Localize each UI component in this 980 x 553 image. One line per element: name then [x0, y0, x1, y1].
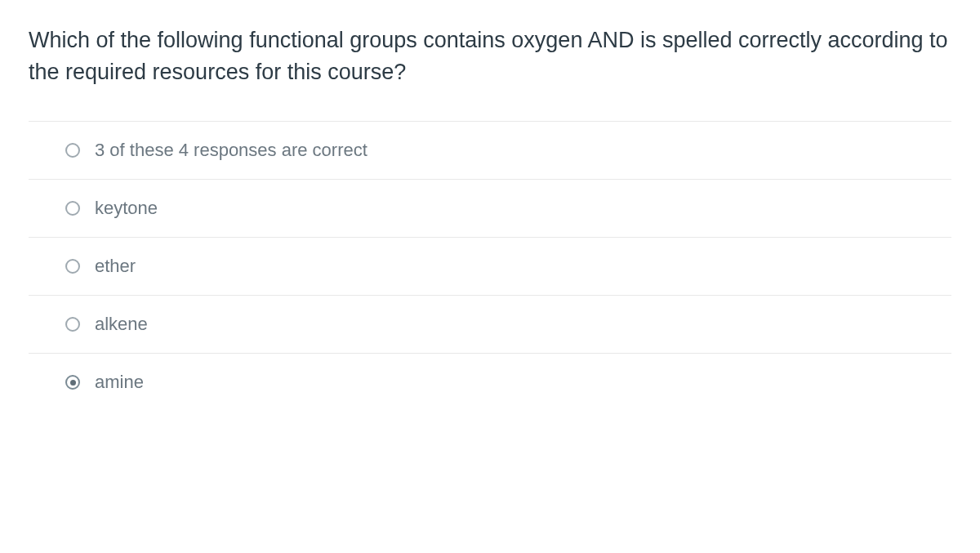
question-text: Which of the following functional groups… [29, 25, 951, 88]
answer-label: keytone [95, 198, 158, 219]
radio-icon [65, 201, 80, 216]
radio-icon [65, 259, 80, 274]
answer-option-0[interactable]: 3 of these 4 responses are correct [29, 122, 951, 180]
answer-option-1[interactable]: keytone [29, 180, 951, 238]
answer-option-2[interactable]: ether [29, 238, 951, 296]
answer-option-4[interactable]: amine [29, 354, 951, 411]
radio-dot-icon [70, 380, 76, 386]
radio-icon [65, 143, 80, 158]
answer-label: amine [95, 372, 144, 393]
answer-option-3[interactable]: alkene [29, 296, 951, 354]
answers-list: 3 of these 4 responses are correct keyto… [29, 121, 951, 411]
answer-label: ether [95, 256, 136, 277]
answer-label: 3 of these 4 responses are correct [95, 140, 368, 161]
radio-icon [65, 317, 80, 332]
answer-label: alkene [95, 314, 148, 335]
radio-icon [65, 375, 80, 390]
